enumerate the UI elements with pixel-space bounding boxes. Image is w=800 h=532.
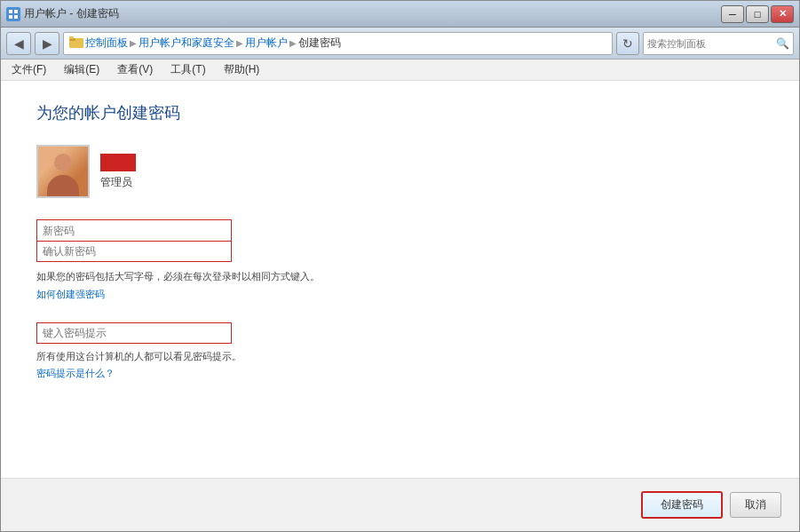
title-bar: 用户帐户 - 创建密码 ─ □ ✕ [1, 1, 799, 28]
svg-rect-3 [14, 15, 18, 19]
svg-rect-0 [9, 10, 12, 13]
address-bar: ◀ ▶ 控制面板 ▶ 用户帐户和家庭安全 ▶ 用户帐户 ▶ 创建密码 ↻ 🔍 [1, 28, 799, 60]
folder-icon [69, 36, 83, 51]
breadcrumb: 控制面板 ▶ 用户帐户和家庭安全 ▶ 用户帐户 ▶ 创建密码 [63, 32, 613, 55]
refresh-button[interactable]: ↻ [616, 32, 639, 55]
avatar [36, 145, 90, 198]
breadcrumb-sep-3: ▶ [289, 38, 297, 48]
content-area: 为您的帐户创建密码 管理员 如果您的密码包括大写字母，必须在每次登录时以相同方式… [1, 81, 799, 478]
breadcrumb-sep-2: ▶ [236, 38, 243, 48]
back-button[interactable]: ◀ [6, 32, 31, 55]
title-bar-buttons: ─ □ ✕ [721, 5, 794, 23]
minimize-button[interactable]: ─ [721, 5, 744, 23]
menu-file[interactable]: 文件(F) [4, 60, 53, 79]
close-button[interactable]: ✕ [771, 5, 794, 23]
password-section: 如果您的密码包括大写字母，必须在每次登录时以相同方式键入。 如何创建强密码 [36, 219, 764, 301]
forward-button[interactable]: ▶ [35, 32, 59, 55]
search-icon[interactable]: 🔍 [776, 37, 789, 50]
user-badge [100, 154, 136, 171]
hint-section: 所有使用这台计算机的人都可以看见密码提示。 密码提示是什么？ [36, 315, 764, 381]
user-info: 管理员 [100, 154, 136, 190]
new-password-input[interactable] [36, 219, 232, 241]
password-help-link[interactable]: 如何创建强密码 [36, 288, 764, 301]
window-title: 用户帐户 - 创建密码 [24, 6, 119, 21]
page-title: 为您的帐户创建密码 [36, 102, 764, 123]
cancel-button[interactable]: 取消 [730, 492, 781, 518]
svg-rect-6 [69, 36, 74, 39]
create-password-button[interactable]: 创建密码 [641, 491, 723, 519]
breadcrumb-item-1[interactable]: 控制面板 [85, 36, 128, 51]
menu-tools[interactable]: 工具(T) [163, 60, 212, 79]
search-input[interactable] [647, 38, 772, 49]
user-name-label: 管理员 [100, 175, 132, 190]
main-window: 用户帐户 - 创建密码 ─ □ ✕ ◀ ▶ 控制面板 ▶ 用户帐户和家庭安全 ▶… [0, 0, 800, 532]
action-area: 创建密码 取消 [1, 478, 799, 531]
user-section: 管理员 [36, 145, 764, 198]
svg-rect-2 [9, 15, 12, 19]
password-hint-text: 如果您的密码包括大写字母，必须在每次登录时以相同方式键入。 [36, 269, 445, 284]
menu-edit[interactable]: 编辑(E) [57, 60, 107, 79]
search-bar: 🔍 [643, 32, 794, 55]
avatar-image [38, 147, 88, 196]
menu-bar: 文件(F) 编辑(E) 查看(V) 工具(T) 帮助(H) [1, 60, 799, 81]
svg-rect-1 [14, 10, 18, 13]
password-input-group [36, 219, 764, 262]
maximize-button[interactable]: □ [746, 5, 769, 23]
confirm-password-input[interactable] [36, 241, 232, 262]
menu-help[interactable]: 帮助(H) [217, 60, 267, 79]
breadcrumb-sep-1: ▶ [130, 38, 137, 48]
hint-note: 所有使用这台计算机的人都可以看见密码提示。 [36, 349, 427, 364]
breadcrumb-item-4: 创建密码 [298, 36, 341, 51]
menu-view[interactable]: 查看(V) [110, 60, 160, 79]
hint-help-link[interactable]: 密码提示是什么？ [36, 367, 764, 380]
title-bar-left: 用户帐户 - 创建密码 [6, 6, 119, 21]
breadcrumb-item-3[interactable]: 用户帐户 [245, 36, 288, 51]
breadcrumb-item-2[interactable]: 用户帐户和家庭安全 [139, 36, 234, 51]
window-icon [6, 7, 20, 21]
hint-input[interactable] [36, 322, 232, 344]
